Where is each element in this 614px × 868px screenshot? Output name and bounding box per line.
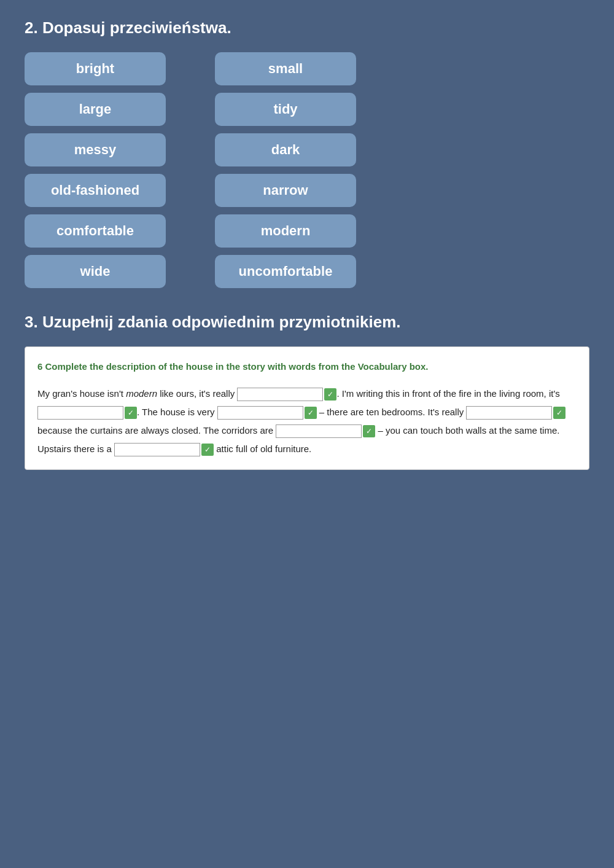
text-part3b: – there are ten bedrooms. It's really [317, 407, 467, 417]
fill-input-3[interactable] [217, 406, 303, 420]
text-part2b: . The house is very [137, 407, 217, 417]
text-part1b: . I'm writing this in front of the fire … [336, 388, 559, 399]
word-card-modern[interactable]: modern [215, 214, 356, 248]
exercise-box: 6 Complete the description of the house … [25, 346, 589, 470]
word-card-large[interactable]: large [25, 93, 166, 126]
text-intro: My gran's house isn't [37, 388, 126, 399]
text-part1: like ours, it's really [157, 388, 237, 399]
text-part6b: attic full of old furniture. [214, 444, 311, 454]
fill-input-1[interactable] [237, 388, 323, 401]
right-word-column: small tidy dark narrow modern uncomforta… [215, 52, 356, 288]
exercise-header: 6 Complete the description of the house … [37, 358, 577, 376]
exercise-header-text: Complete the description of the house in… [45, 361, 429, 372]
check-icon-2[interactable]: ✓ [125, 407, 137, 419]
section-2-title: 2. Dopasuj przeciwieństwa. [25, 18, 589, 37]
word-card-bright[interactable]: bright [25, 52, 166, 85]
word-card-small[interactable]: small [215, 52, 356, 85]
section-3: 3. Uzupełnij zdania odpowiednim przymiot… [25, 313, 589, 470]
word-card-uncomfortable[interactable]: uncomfortable [215, 255, 356, 288]
word-card-comfortable[interactable]: comfortable [25, 214, 166, 248]
fill-input-5[interactable] [276, 424, 362, 438]
text-part4b: because the curtains are always closed. … [37, 425, 276, 436]
check-icon-3[interactable]: ✓ [305, 407, 317, 419]
fill-input-4[interactable] [466, 406, 552, 420]
check-icon-4[interactable]: ✓ [553, 407, 565, 419]
word-card-dark[interactable]: dark [215, 133, 356, 166]
check-icon-5[interactable]: ✓ [363, 425, 375, 437]
section-3-title: 3. Uzupełnij zdania odpowiednim przymiot… [25, 313, 589, 332]
vocab-modern: modern [126, 388, 157, 399]
exercise-body: My gran's house isn't modern like ours, … [37, 385, 577, 458]
exercise-number: 6 [37, 361, 42, 372]
check-icon-1[interactable]: ✓ [324, 388, 336, 401]
fill-input-2[interactable] [37, 406, 123, 420]
fill-input-6[interactable] [114, 443, 200, 456]
word-card-messy[interactable]: messy [25, 133, 166, 166]
word-columns: bright large messy old-fashioned comfort… [25, 52, 589, 288]
check-icon-6[interactable]: ✓ [201, 444, 214, 456]
word-card-wide[interactable]: wide [25, 255, 166, 288]
left-word-column: bright large messy old-fashioned comfort… [25, 52, 166, 288]
word-card-old-fashioned[interactable]: old-fashioned [25, 174, 166, 207]
word-card-narrow[interactable]: narrow [215, 174, 356, 207]
section-2: 2. Dopasuj przeciwieństwa. bright large … [25, 18, 589, 288]
word-card-tidy[interactable]: tidy [215, 93, 356, 126]
